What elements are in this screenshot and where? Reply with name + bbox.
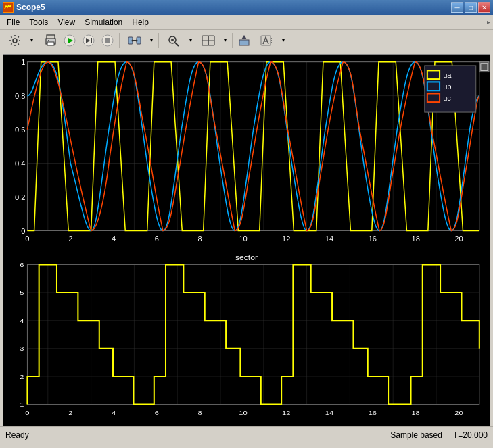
connect-dropdown: ▾ bbox=[122, 32, 156, 49]
svg-text:14: 14 bbox=[325, 408, 334, 416]
svg-text:0: 0 bbox=[25, 408, 29, 416]
status-right: Sample based T=20.000 bbox=[390, 430, 488, 440]
highlight-button[interactable] bbox=[254, 32, 279, 49]
menu-tools[interactable]: Tools bbox=[25, 16, 52, 28]
separator-4 bbox=[232, 33, 233, 48]
connect-button[interactable] bbox=[122, 32, 147, 49]
menu-arrow: ▸ bbox=[487, 18, 490, 26]
svg-text:20: 20 bbox=[454, 408, 463, 416]
print-button[interactable] bbox=[42, 32, 60, 49]
svg-text:0.2: 0.2 bbox=[15, 193, 25, 201]
minimize-button[interactable]: ─ bbox=[451, 2, 463, 13]
svg-text:20: 20 bbox=[454, 234, 463, 243]
svg-text:12: 12 bbox=[282, 408, 291, 416]
svg-text:ub: ub bbox=[443, 82, 451, 91]
zoom-button[interactable] bbox=[162, 32, 186, 49]
settings-dropdown: ▾ bbox=[3, 32, 36, 49]
cursor-dropdown-arrow[interactable]: ▾ bbox=[221, 32, 229, 49]
svg-text:10: 10 bbox=[239, 234, 247, 243]
play-button[interactable] bbox=[61, 32, 78, 49]
lower-chart: sector bbox=[3, 249, 490, 426]
svg-rect-5 bbox=[48, 40, 49, 41]
title-bar-left: Scope5 bbox=[3, 2, 45, 13]
svg-text:14: 14 bbox=[325, 234, 334, 243]
svg-text:2: 2 bbox=[68, 408, 72, 416]
svg-text:18: 18 bbox=[411, 408, 420, 416]
chart-container: 1 0.8 0.6 0.4 0.2 0 0 2 4 6 8 10 12 bbox=[3, 54, 490, 426]
status-mode: Sample based bbox=[390, 430, 442, 440]
svg-text:0.8: 0.8 bbox=[15, 92, 25, 100]
svg-point-16 bbox=[132, 39, 134, 41]
svg-text:16: 16 bbox=[369, 234, 377, 243]
menu-simulation[interactable]: Simulation bbox=[80, 16, 126, 28]
export-button[interactable] bbox=[235, 32, 253, 49]
cursor-button[interactable] bbox=[196, 32, 220, 49]
svg-text:2: 2 bbox=[20, 372, 24, 380]
svg-text:6: 6 bbox=[20, 261, 24, 268]
menu-bar: File Tools View Simulation Help ▸ bbox=[0, 15, 493, 30]
svg-text:8: 8 bbox=[198, 234, 202, 243]
svg-text:4: 4 bbox=[112, 234, 116, 243]
svg-text:5: 5 bbox=[20, 289, 24, 296]
svg-text:8: 8 bbox=[198, 408, 202, 416]
svg-marker-27 bbox=[241, 35, 247, 39]
restore-button[interactable]: □ bbox=[465, 2, 477, 13]
svg-text:0: 0 bbox=[21, 226, 25, 234]
svg-text:0.4: 0.4 bbox=[15, 159, 26, 168]
svg-text:1: 1 bbox=[21, 58, 25, 66]
svg-rect-4 bbox=[47, 42, 54, 45]
svg-text:0: 0 bbox=[25, 234, 29, 243]
status-time: T=20.000 bbox=[453, 430, 488, 440]
svg-rect-0 bbox=[3, 3, 13, 12]
svg-text:2: 2 bbox=[68, 234, 72, 243]
highlight-dropdown: ▾ bbox=[254, 32, 287, 49]
status-bar: Ready Sample based T=20.000 bbox=[0, 426, 493, 443]
svg-text:ua: ua bbox=[443, 71, 452, 79]
window-title: Scope5 bbox=[16, 3, 45, 12]
status-ready: Ready bbox=[5, 430, 29, 440]
zoom-dropdown: ▾ bbox=[162, 32, 195, 49]
menu-view[interactable]: View bbox=[53, 16, 79, 28]
svg-point-1 bbox=[13, 39, 17, 43]
svg-rect-26 bbox=[239, 40, 249, 45]
settings-dropdown-arrow[interactable]: ▾ bbox=[28, 32, 36, 49]
cursor-dropdown: ▾ bbox=[196, 32, 229, 49]
upper-chart: 1 0.8 0.6 0.4 0.2 0 0 2 4 6 8 10 12 bbox=[3, 55, 490, 249]
app-icon bbox=[3, 2, 14, 13]
svg-text:uc: uc bbox=[443, 94, 451, 102]
svg-text:1: 1 bbox=[20, 401, 24, 408]
settings-button[interactable] bbox=[3, 32, 27, 49]
svg-text:12: 12 bbox=[282, 234, 290, 243]
svg-text:18: 18 bbox=[411, 234, 419, 243]
connect-dropdown-arrow[interactable]: ▾ bbox=[147, 32, 156, 49]
svg-rect-10 bbox=[91, 38, 92, 43]
toolbar: ▾ bbox=[0, 30, 493, 51]
svg-text:6: 6 bbox=[155, 234, 159, 243]
svg-text:4: 4 bbox=[112, 408, 116, 416]
svg-rect-78 bbox=[3, 249, 490, 426]
separator-1 bbox=[39, 33, 39, 48]
step-button[interactable] bbox=[80, 32, 97, 49]
svg-text:0.6: 0.6 bbox=[15, 126, 25, 134]
svg-text:6: 6 bbox=[155, 408, 159, 416]
svg-point-17 bbox=[136, 39, 138, 41]
separator-3 bbox=[158, 33, 159, 48]
svg-text:3: 3 bbox=[20, 345, 24, 352]
separator-2 bbox=[119, 33, 120, 48]
svg-text:sector: sector bbox=[235, 254, 258, 262]
svg-rect-12 bbox=[105, 38, 110, 43]
main-content: 1 0.8 0.6 0.4 0.2 0 0 2 4 6 8 10 12 bbox=[0, 51, 493, 426]
close-button[interactable]: ✕ bbox=[478, 2, 490, 13]
menu-file[interactable]: File bbox=[3, 16, 24, 28]
stop-button[interactable] bbox=[99, 32, 116, 49]
title-controls: ─ □ ✕ bbox=[451, 2, 490, 13]
svg-text:4: 4 bbox=[20, 317, 24, 324]
svg-text:10: 10 bbox=[239, 408, 248, 416]
title-bar: Scope5 ─ □ ✕ bbox=[0, 0, 493, 15]
svg-rect-33 bbox=[3, 55, 490, 249]
zoom-dropdown-arrow[interactable]: ▾ bbox=[187, 32, 195, 49]
highlight-dropdown-arrow[interactable]: ▾ bbox=[279, 32, 287, 49]
menu-help[interactable]: Help bbox=[128, 16, 153, 28]
svg-text:16: 16 bbox=[369, 408, 377, 416]
svg-line-19 bbox=[175, 43, 179, 46]
